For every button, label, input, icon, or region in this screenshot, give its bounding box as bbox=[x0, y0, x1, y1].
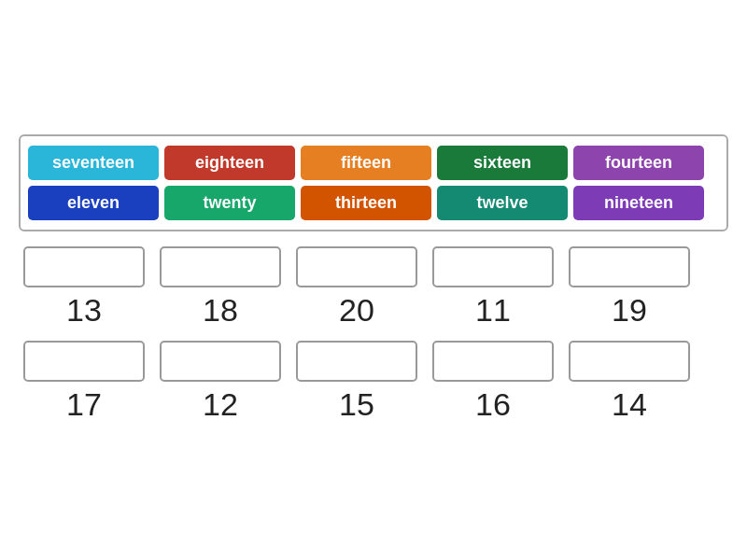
chip-seventeen[interactable]: seventeen bbox=[28, 146, 159, 180]
drop-item-18: 18 bbox=[155, 246, 286, 328]
chip-thirteen[interactable]: thirteen bbox=[301, 186, 431, 220]
drop-item-20: 20 bbox=[291, 246, 422, 328]
drop-section: 13 18 20 11 19 17 bbox=[19, 246, 728, 427]
word-bank: seventeen eighteen fifteen sixteen fourt… bbox=[19, 134, 728, 231]
drop-item-13: 13 bbox=[19, 246, 149, 328]
drop-item-16: 16 bbox=[428, 341, 558, 422]
chip-twenty[interactable]: twenty bbox=[164, 186, 295, 220]
chip-eleven[interactable]: eleven bbox=[28, 186, 159, 220]
chip-fourteen[interactable]: fourteen bbox=[573, 146, 704, 180]
word-bank-row-2: eleven twenty thirteen twelve nineteen bbox=[28, 186, 719, 220]
drop-box-13[interactable] bbox=[23, 246, 145, 287]
drop-box-17[interactable] bbox=[23, 341, 145, 382]
chip-eighteen[interactable]: eighteen bbox=[164, 146, 295, 180]
number-19: 19 bbox=[612, 293, 647, 328]
number-14: 14 bbox=[612, 387, 647, 422]
drop-box-14[interactable] bbox=[569, 341, 690, 382]
number-17: 17 bbox=[66, 387, 102, 422]
chip-fifteen[interactable]: fifteen bbox=[301, 146, 431, 180]
drop-item-19: 19 bbox=[564, 246, 695, 328]
main-container: seventeen eighteen fifteen sixteen fourt… bbox=[19, 134, 728, 427]
chip-twelve[interactable]: twelve bbox=[437, 186, 568, 220]
drop-item-14: 14 bbox=[564, 341, 695, 422]
drop-item-15: 15 bbox=[291, 341, 422, 422]
drop-box-15[interactable] bbox=[296, 341, 417, 382]
number-15: 15 bbox=[339, 387, 374, 422]
drop-box-19[interactable] bbox=[569, 246, 690, 287]
drop-box-12[interactable] bbox=[160, 341, 281, 382]
chip-nineteen[interactable]: nineteen bbox=[573, 186, 704, 220]
drop-item-17: 17 bbox=[19, 341, 149, 422]
drop-item-11: 11 bbox=[428, 246, 558, 328]
drop-row-1: 13 18 20 11 19 bbox=[19, 246, 728, 328]
drop-box-16[interactable] bbox=[432, 341, 554, 382]
drop-box-20[interactable] bbox=[296, 246, 417, 287]
drop-box-11[interactable] bbox=[432, 246, 554, 287]
chip-sixteen[interactable]: sixteen bbox=[437, 146, 568, 180]
number-12: 12 bbox=[203, 387, 238, 422]
number-16: 16 bbox=[475, 387, 511, 422]
drop-box-18[interactable] bbox=[160, 246, 281, 287]
number-20: 20 bbox=[339, 293, 374, 328]
word-bank-row-1: seventeen eighteen fifteen sixteen fourt… bbox=[28, 146, 719, 180]
number-11: 11 bbox=[475, 293, 511, 328]
number-18: 18 bbox=[203, 293, 238, 328]
number-13: 13 bbox=[66, 293, 102, 328]
drop-row-2: 17 12 15 16 14 bbox=[19, 341, 728, 422]
drop-item-12: 12 bbox=[155, 341, 286, 422]
